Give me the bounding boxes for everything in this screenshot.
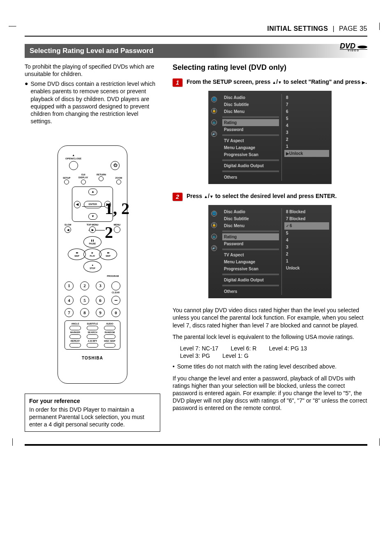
remote-menu-button xyxy=(114,226,120,233)
menu-label: Menu Language xyxy=(222,144,279,151)
remote-repeat-button xyxy=(69,343,81,348)
menu-label: Menu Language xyxy=(222,258,279,265)
menu-label: Rating xyxy=(222,119,279,126)
menu-value: 1 xyxy=(284,143,329,150)
explain-para-3: If you change the level and enter a pass… xyxy=(173,375,367,412)
remote-random-label: RANDOM xyxy=(105,331,115,334)
explain-para-2: The parental lock level is equivalent to… xyxy=(173,333,367,341)
menu-value: 7 Blocked xyxy=(284,215,329,222)
remote-search-button xyxy=(87,334,98,339)
menu-icon-globe: 🌐 xyxy=(211,97,217,102)
menu-others: Others xyxy=(222,174,279,181)
step-2-text: Press / to select the desired level and … xyxy=(187,192,337,200)
remote-marker-button xyxy=(69,334,81,339)
remote-return-button xyxy=(99,176,104,181)
remote-num-6: 6 xyxy=(96,296,105,305)
step-1-badge: 1 xyxy=(173,78,182,87)
remote-brand: TOSHIBA xyxy=(62,355,123,361)
up-arrow-icon xyxy=(272,78,276,85)
section-name: INITIAL SETTINGS xyxy=(267,25,328,32)
menu-value: 1 xyxy=(284,258,329,265)
remote-repeat-label: REPEAT xyxy=(71,340,80,343)
remote-slow-button: ◀ xyxy=(65,226,71,233)
menu-others: Others xyxy=(222,288,279,295)
menu-value: 7 xyxy=(284,101,329,108)
remote-menu-label: MENU xyxy=(114,223,120,226)
menu-value: 6 xyxy=(284,222,329,230)
remote-setup-button xyxy=(64,180,69,184)
menu-icon-speaker: 🔊 xyxy=(211,245,217,251)
remote-zoom-label: ZOOM xyxy=(115,177,122,180)
step-1-text: From the SETUP screen, press / to select… xyxy=(187,78,367,85)
remote-num-3: 3 xyxy=(96,281,105,290)
menu-label: Disc Audio xyxy=(222,94,279,101)
menu-label: Disc Menu xyxy=(222,222,279,229)
remote-num-1: 1 xyxy=(65,281,74,290)
dvd-logo-top: DVD xyxy=(340,42,355,50)
menu-value: 5 xyxy=(284,230,329,237)
menu-value: 3 xyxy=(284,129,329,136)
intro-bullet-text: Some DVD discs contain a restriction lev… xyxy=(30,80,160,125)
menu-value: 4 xyxy=(284,122,329,129)
menu-value: 3 xyxy=(284,244,329,251)
remote-stop-button: ■STOP xyxy=(83,261,101,272)
remote-setup-label: SETUP xyxy=(63,177,70,180)
up-arrow-icon xyxy=(204,193,208,199)
reference-box: For your reference In order for this DVD… xyxy=(25,394,160,432)
menu-value: ▶Unlock xyxy=(284,150,329,157)
menu-value: 5 xyxy=(284,115,329,122)
remote-num-4: 4 xyxy=(65,296,74,305)
menu-value: 8 xyxy=(284,94,329,101)
menu-label: Digital Audio Output xyxy=(222,276,279,283)
menu-label: Password xyxy=(222,126,279,133)
remote-skip-next-button: ⏭SKIP xyxy=(99,249,117,260)
menu-value: 8 Blocked xyxy=(284,208,329,215)
note-text: Some titles do not match with the rating… xyxy=(177,363,337,370)
menu-label: Rating xyxy=(222,233,279,240)
remote-right-button: ▶ xyxy=(104,201,111,208)
remote-program-label: PROGRAM xyxy=(62,275,119,278)
step-1: 1 From the SETUP screen, press / to sele… xyxy=(173,78,367,87)
menu-label: Progressive Scan xyxy=(222,265,279,272)
remote-topmenu-label: TOP MENU xyxy=(87,223,99,226)
remote-open-close-button xyxy=(69,161,78,170)
osd-menu-2: 🌐 🔒 📺 🔊 Disc AudioDisc SubtitleDisc Menu… xyxy=(208,205,332,298)
page-number: PAGE 35 xyxy=(339,25,367,32)
rating-level-1: Level 1: G xyxy=(222,352,249,359)
menu-label: TV Aspect xyxy=(222,137,279,144)
menu-label: Disc Subtitle xyxy=(222,215,279,222)
remote-num-5: 5 xyxy=(80,296,89,305)
remote-aux-grid: ANGLE SUBTITLE AUDIO MARKER SEARCH RANDO… xyxy=(65,320,120,350)
menu-label: Disc Subtitle xyxy=(222,101,279,108)
menu-icon-lock: 🔒 xyxy=(211,108,217,114)
remote-clear-label: CLEAR xyxy=(65,291,120,294)
remote-transport-cluster: ❚❚PAUSE ⏮SKIP ▶PLAY ⏭SKIP ■STOP xyxy=(68,236,117,273)
menu-value: 2 xyxy=(284,136,329,143)
menu-label: Password xyxy=(222,240,279,247)
remote-discskip-label: DISC SKIP xyxy=(104,340,115,343)
step-2: 2 Press / to select the desired level an… xyxy=(173,192,367,201)
remote-down-button: ▼ xyxy=(88,213,97,220)
remote-return-label: RETURN xyxy=(97,173,106,176)
menu-icon-lock: 🔒 xyxy=(211,222,217,228)
remote-num-8: 8 xyxy=(80,308,89,317)
remote-abrpt-button xyxy=(87,343,98,348)
down-arrow-icon xyxy=(278,78,282,85)
remote-clear-button: − xyxy=(111,296,120,305)
remote-gui-display-button xyxy=(81,180,86,184)
remote-enter-button: ENTER xyxy=(84,201,102,208)
right-subheading: Selecting rating level (DVD only) xyxy=(173,63,367,72)
remote-num-0: 0 xyxy=(111,308,120,317)
osd-menu-1: 🌐 🔒 📺 🔊 Disc AudioDisc SubtitleDisc Menu… xyxy=(208,91,332,184)
remote-open-close-label: OPEN/CLOSE xyxy=(65,157,81,161)
rating-level-4: Level 4: PG 13 xyxy=(269,345,307,352)
menu-value: 4 xyxy=(284,237,329,244)
remote-control-diagram: ▲ OPEN/CLOSE ⏻ SETUP xyxy=(58,145,127,384)
remote-subtitle-button xyxy=(87,326,98,330)
remote-audio-button xyxy=(104,326,115,330)
rating-level-3: Level 3: PG xyxy=(180,352,210,359)
dvd-video-logo: DVD VIDEO xyxy=(340,43,367,52)
remote-program-button xyxy=(111,281,120,290)
menu-label: TV Aspect xyxy=(222,251,279,258)
page-header: INITIAL SETTINGS | PAGE 35 xyxy=(25,25,367,37)
